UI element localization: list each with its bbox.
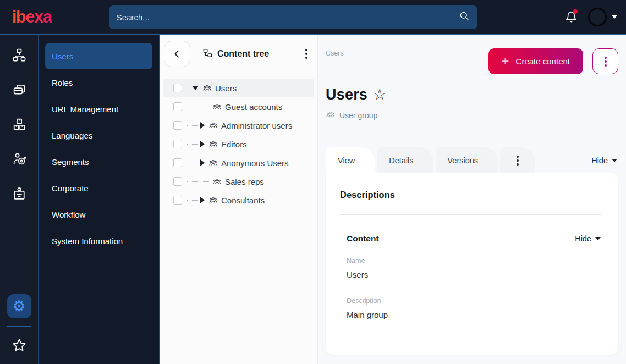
expand-node-icon[interactable]	[200, 159, 205, 166]
field-value-name: Users	[347, 270, 602, 279]
user-avatar[interactable]	[588, 8, 607, 26]
tree-branch-dots	[187, 163, 199, 163]
tree-row-checkbox[interactable]	[173, 102, 182, 111]
topbar: ibexa	[0, 0, 626, 35]
tree-branch-dots	[187, 125, 199, 126]
tree-row[interactable]: Editors	[163, 135, 314, 153]
badge-icon[interactable]	[7, 181, 31, 206]
content-actions-kebab-button[interactable]	[592, 48, 618, 74]
sidebar-item-users[interactable]: Users	[45, 43, 152, 69]
tree-row[interactable]: Sales reps	[163, 172, 314, 191]
bookmarks-star-icon[interactable]	[7, 333, 31, 357]
tab-details[interactable]: Details	[377, 147, 433, 173]
content-tree-header: Content tree	[160, 35, 317, 73]
boxes-icon[interactable]	[7, 112, 31, 136]
user-group-icon	[326, 110, 335, 121]
page-title: Users	[326, 86, 367, 103]
sidebar-item-roles[interactable]: Roles	[45, 69, 152, 96]
hide-group-toggle[interactable]: Hide	[575, 234, 602, 243]
ibexa-logo[interactable]: ibexa	[12, 7, 52, 27]
tree-row-checkbox[interactable]	[173, 84, 182, 92]
expand-node-icon[interactable]	[200, 141, 205, 147]
tree-options-kebab-icon[interactable]	[303, 47, 310, 61]
tree-branch-dots	[187, 107, 211, 107]
app-window: ibexa	[0, 0, 626, 364]
section-divider	[340, 214, 602, 215]
topbar-right	[565, 8, 617, 26]
content-tree-body: Users Guest accounts	[160, 73, 317, 215]
content-tree-title: Content tree	[202, 48, 269, 60]
chevron-down-icon	[612, 159, 617, 162]
chevron-down-icon	[595, 237, 601, 240]
search-input[interactable]	[117, 13, 459, 22]
user-group-icon	[208, 196, 218, 205]
field-label-description: Description	[347, 297, 602, 305]
tab-versions[interactable]: Versions	[436, 147, 498, 173]
content-tree-icon	[202, 48, 213, 60]
tree-row[interactable]: Administrator users	[163, 116, 314, 135]
create-content-button[interactable]: + Create content	[488, 48, 583, 74]
tabs-more-kebab-icon[interactable]	[500, 147, 535, 173]
content-type-label: User group	[339, 111, 377, 120]
user-group-icon	[208, 158, 218, 168]
tree-row[interactable]: Guest accounts	[163, 97, 314, 116]
content-tree-panel: Content tree	[160, 35, 318, 364]
admin-sidebar: Users Roles URL Management Languages Seg…	[39, 35, 160, 364]
tree-row[interactable]: Anonymous Users	[163, 153, 314, 172]
collapse-tree-button[interactable]	[164, 41, 190, 67]
tabs: View Details Versions Hide	[326, 147, 622, 173]
settings-gear-icon[interactable]: ⚙	[7, 294, 31, 318]
tab-view[interactable]: View	[326, 147, 375, 173]
tree-row[interactable]: Users	[163, 79, 314, 97]
expand-node-icon[interactable]	[200, 197, 205, 203]
sidebar-item-system-information[interactable]: System Information	[45, 228, 152, 254]
sidebar-item-workflow[interactable]: Workflow	[45, 201, 152, 228]
user-group-icon	[212, 177, 222, 186]
audience-icon[interactable]	[7, 147, 31, 171]
user-group-icon	[208, 121, 218, 130]
hide-panel-toggle[interactable]: Hide	[591, 156, 617, 165]
collapse-node-icon[interactable]	[192, 86, 199, 90]
content-type-row: User group	[326, 110, 622, 121]
plus-icon: +	[502, 54, 509, 68]
content-group-title: Content	[347, 234, 379, 244]
user-group-icon	[208, 140, 218, 149]
field-value-description: Main group	[347, 310, 602, 319]
tree-row-checkbox[interactable]	[173, 121, 182, 130]
view-tab-panel: Descriptions Content Hide Name Users Des…	[326, 173, 618, 355]
rail-divider	[7, 326, 31, 327]
sidebar-item-languages[interactable]: Languages	[45, 122, 152, 148]
user-group-icon	[202, 84, 212, 93]
content-field-group: Content Hide Name Users Description Main…	[340, 234, 602, 319]
user-group-icon	[212, 102, 222, 112]
user-menu-caret-icon[interactable]	[612, 15, 617, 19]
sidebar-item-segments[interactable]: Segments	[45, 148, 152, 175]
breadcrumb[interactable]: Users	[326, 49, 344, 57]
tree-row-checkbox[interactable]	[173, 196, 182, 205]
main-content: Users + Create content Users ☆	[318, 35, 626, 364]
tree-row-checkbox[interactable]	[173, 140, 182, 148]
primary-nav-rail: ⚙	[0, 35, 39, 364]
tree-row-checkbox[interactable]	[173, 158, 182, 167]
tree-branch-dots	[187, 200, 199, 201]
notifications-bell-icon[interactable]	[565, 10, 578, 24]
sidebar-item-url-management[interactable]: URL Management	[45, 96, 152, 122]
pages-icon[interactable]	[7, 78, 31, 102]
descriptions-section-title: Descriptions	[340, 190, 602, 200]
global-search[interactable]	[109, 5, 477, 29]
tree-branch-dots	[187, 181, 211, 182]
search-icon[interactable]	[459, 10, 470, 24]
notification-dot	[573, 9, 578, 14]
tree-row[interactable]: Consultants	[163, 191, 314, 209]
tree-row-checkbox[interactable]	[173, 177, 182, 186]
tree-branch-dots	[187, 144, 199, 145]
field-label-name: Name	[347, 257, 602, 264]
expand-node-icon[interactable]	[200, 122, 205, 129]
sidebar-item-corporate[interactable]: Corporate	[45, 175, 152, 201]
bookmark-star-icon[interactable]: ☆	[373, 87, 386, 102]
sitemap-icon[interactable]	[7, 43, 31, 67]
